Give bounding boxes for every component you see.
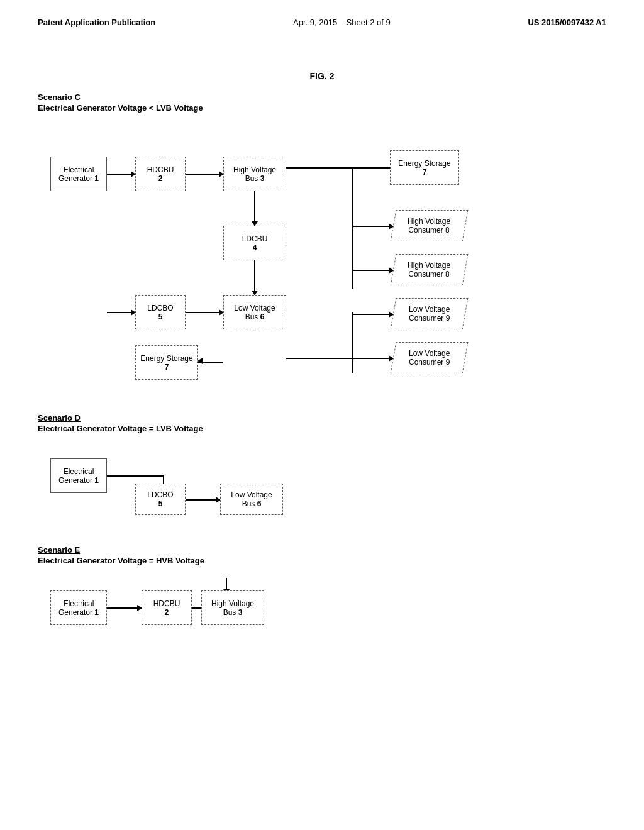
scenario-c-diagram: ElectricalGenerator 1 HDCBU2 High Voltag… (38, 119, 606, 389)
main-content: FIG. 2 Scenario C Electrical Generator V… (0, 33, 644, 683)
arrow-to-lvconsumer2 (352, 358, 393, 359)
arrow-d-ldcbo-lvbus (186, 499, 220, 501)
hdcbu-e: HDCBU2 (142, 590, 192, 625)
lv-consumer-1-c: Low VoltageConsumer 9 (391, 298, 469, 329)
lv-consumer-2-c: Low VoltageConsumer 9 (391, 342, 469, 374)
elec-gen-c: ElectricalGenerator 1 (50, 157, 107, 191)
hv-bus-e: High VoltageBus 3 (201, 590, 264, 625)
hv-bus-c: High VoltageBus 3 (223, 157, 286, 191)
ldcbu-c: LDCBU4 (223, 226, 286, 260)
ldcbo-c: LDCBO5 (135, 295, 186, 329)
elec-gen-d: ElectricalGenerator 1 (50, 458, 107, 493)
arrow-to-hvconsumer2 (371, 270, 393, 271)
arrow-hvbus-ldcbu (254, 191, 255, 226)
scenario-e-label: Scenario E (38, 545, 606, 555)
hline-lvconsumer2 (286, 358, 352, 359)
line-hvbus-estorage-top (286, 167, 390, 169)
arrow-gen-hdcbu (107, 174, 135, 175)
hline-hvconsumer2 (352, 270, 371, 271)
arrow-hdcbu-hvbus (186, 174, 223, 175)
date-sheet-text: Apr. 9, 2015 Sheet 2 of 9 (293, 18, 391, 27)
scenario-c-subtitle: Electrical Generator Voltage < LVB Volta… (38, 103, 606, 113)
hdcbu-c: HDCBU2 (135, 157, 186, 191)
lv-bus-d: Low VoltageBus 6 (220, 484, 283, 515)
page-header: Patent Application Publication Apr. 9, 2… (0, 0, 644, 33)
arrow-ldcbu-lvbus (254, 260, 255, 295)
arrow-to-hvconsumer1 (371, 226, 393, 227)
scenario-e: Scenario E Electrical Generator Voltage … (38, 545, 606, 647)
elec-gen-e: ElectricalGenerator 1 (50, 590, 107, 625)
line-gen-d (107, 475, 164, 477)
scenario-c-label: Scenario C (38, 92, 606, 102)
arrow-ldcbo-lvbus (186, 312, 223, 313)
arrow-e-gen-hdcbu (107, 607, 142, 609)
publication-text: Patent Application Publication (38, 18, 155, 27)
arrow-left-estorage (197, 358, 203, 364)
ldcbo-d: LDCBO5 (135, 484, 186, 515)
lv-bus-c: Low VoltageBus 6 (223, 295, 286, 329)
hv-consumer-1-c: High VoltageConsumer 8 (391, 210, 469, 241)
vline-lvconsumers (352, 312, 353, 374)
energy-storage-bot-c: Energy Storage7 (135, 345, 198, 380)
scenario-d-subtitle: Electrical Generator Voltage = LVB Volta… (38, 424, 606, 433)
scenario-d-label: Scenario D (38, 413, 606, 423)
hv-consumer-2-c: High VoltageConsumer 8 (391, 254, 469, 285)
scenario-e-diagram: ElectricalGenerator 1 HDCBU2 High Voltag… (38, 572, 606, 647)
scenario-c: Scenario C Electrical Generator Voltage … (38, 92, 606, 389)
energy-storage-top-c: Energy Storage7 (390, 150, 459, 185)
scenario-d: Scenario D Electrical Generator Voltage … (38, 413, 606, 521)
arrow-to-ldcbo (107, 312, 135, 313)
patent-number: US 2015/0097432 A1 (528, 18, 606, 27)
scenario-d-diagram: ElectricalGenerator 1 LDCBO5 Low Voltage… (38, 440, 606, 521)
arrow-to-lvconsumer1 (352, 314, 393, 315)
scenario-e-subtitle: Electrical Generator Voltage = HVB Volta… (38, 556, 606, 565)
figure-title: FIG. 2 (38, 71, 606, 81)
